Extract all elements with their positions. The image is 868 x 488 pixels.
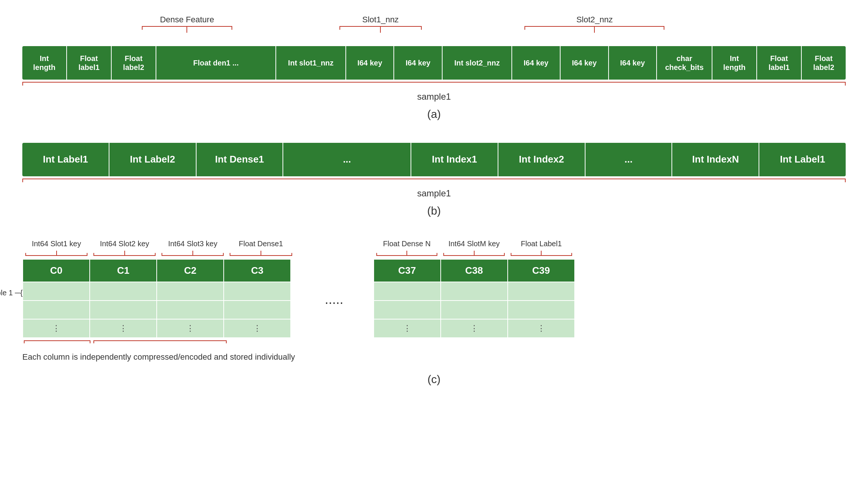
cell-i64-key-4: I64 key	[561, 46, 609, 80]
brace-c39: Float Label1	[508, 240, 575, 256]
brace-c3: Float Dense1	[227, 240, 295, 256]
cell-int-slot1-nnz: Int slot1_nnz	[276, 46, 346, 80]
table-row-dots: ⋮ ⋮ ⋮ ⋮	[23, 319, 291, 338]
cell-c37-dots: ⋮	[374, 319, 441, 338]
cell-c37-r1	[374, 282, 441, 301]
sample-label-c: Sample 1 ─{	[0, 289, 23, 297]
cell-c1-dots: ⋮	[90, 319, 157, 338]
table-right: C37 C38 C39 ⋮ ⋮	[373, 259, 575, 338]
cell-c3-r1	[224, 282, 291, 301]
header-c0: C0	[23, 259, 90, 282]
bottom-braces-left	[22, 340, 295, 349]
diagram-a: Dense Feature Slot1_nnz Slot2_nnz	[22, 15, 846, 121]
cell-c1-r1	[90, 282, 157, 301]
cell-c0-r1	[23, 282, 90, 301]
bottom-brace-b	[22, 179, 846, 187]
bar-b: Int Label1 Int Label2 Int Dense1 ... Int…	[22, 143, 846, 176]
cell-int-length-1: Intlength	[22, 46, 67, 80]
cell-i64-key-5: I64 key	[609, 46, 657, 80]
table-left-wrapper: Sample 1 ─{ C0 C1 C2 C3	[22, 259, 295, 338]
bottom-brace-c0	[22, 340, 92, 349]
table-left: C0 C1 C2 C3	[22, 259, 291, 338]
cell-c2-dots: ⋮	[157, 319, 224, 338]
cell-int-label2: Int Label2	[109, 143, 197, 176]
header-c1: C1	[90, 259, 157, 282]
cell-c37-r2	[374, 301, 441, 319]
cell-float-label2-2: Floatlabel2	[802, 46, 846, 80]
caption-b: (b)	[22, 205, 846, 217]
table-row	[374, 301, 575, 319]
compress-note: Each column is independently compressed/…	[22, 352, 295, 362]
cell-c1-r2	[90, 301, 157, 319]
brace-c0: Int64 Slot1 key	[22, 240, 90, 256]
cell-c2-r2	[157, 301, 224, 319]
cell-c0-r2	[23, 301, 90, 319]
cell-i64-key-1: I64 key	[346, 46, 395, 80]
brace-c37: Float Dense N	[373, 240, 441, 256]
cell-int-dense1: Int Dense1	[197, 143, 284, 176]
bottom-label-b: sample1	[22, 188, 846, 199]
cell-dots-b: ...	[283, 143, 411, 176]
cell-c39-r1	[508, 282, 575, 301]
bottom-brace-c1c2	[92, 340, 228, 349]
cell-int-label1: Int Label1	[22, 143, 109, 176]
header-c3: C3	[224, 259, 291, 282]
table-row-dots: ⋮ ⋮ ⋮	[374, 319, 575, 338]
table-row	[23, 301, 291, 319]
cell-int-label1-b: Int Label1	[759, 143, 846, 176]
cell-float-label2-1: Floatlabel2	[112, 46, 156, 80]
brace-dense-feature: Dense Feature	[142, 15, 232, 33]
cell-int-index1: Int Index1	[411, 143, 498, 176]
cell-c38-r1	[441, 282, 508, 301]
cell-c38-r2	[441, 301, 508, 319]
diagram-c: Int64 Slot1 key Int64 Slot2 key	[22, 240, 846, 362]
cell-i64-key-2: I64 key	[394, 46, 443, 80]
diagram-b: Int Label1 Int Label2 Int Dense1 ... Int…	[22, 143, 846, 217]
caption-c: (c)	[22, 373, 846, 386]
cell-int-slot2-nnz: Int slot2_nnz	[443, 46, 512, 80]
cell-float-label1-2: Floatlabel1	[757, 46, 802, 80]
brace-c1: Int64 Slot2 key	[90, 240, 159, 256]
table-group-right: Float Dense N Int64 SlotM key	[373, 240, 575, 338]
cell-char-check-bits: charcheck_bits	[657, 46, 712, 80]
header-c39: C39	[508, 259, 575, 282]
table-row	[374, 282, 575, 301]
header-c38: C38	[441, 259, 508, 282]
bottom-brace-a	[22, 82, 846, 90]
header-c37: C37	[374, 259, 441, 282]
cell-c39-dots: ⋮	[508, 319, 575, 338]
cell-int-indexn: Int IndexN	[672, 143, 759, 176]
cell-c0-dots: ⋮	[23, 319, 90, 338]
bottom-label-a: sample1	[22, 92, 846, 102]
col-braces-left: Int64 Slot1 key Int64 Slot2 key	[22, 240, 295, 256]
table-row	[23, 282, 291, 301]
header-c2: C2	[157, 259, 224, 282]
cell-int-length-2: Intlength	[712, 46, 757, 80]
cell-i64-key-3: I64 key	[512, 46, 561, 80]
brace-slot2-nnz: Slot2_nnz	[524, 15, 664, 33]
bar-a: Intlength Floatlabel1 Floatlabel2 Float …	[22, 46, 846, 80]
col-braces-right: Float Dense N Int64 SlotM key	[373, 240, 575, 256]
cell-float-label1-1: Floatlabel1	[67, 46, 112, 80]
brace-c38: Int64 SlotM key	[440, 240, 508, 256]
cell-c3-r2	[224, 301, 291, 319]
brace-slot1-nnz: Slot1_nnz	[339, 15, 422, 33]
between-dots: .....	[325, 240, 344, 307]
cell-int-index2: Int Index2	[498, 143, 585, 176]
cell-c3-dots: ⋮	[224, 319, 291, 338]
table-group-left: Int64 Slot1 key Int64 Slot2 key	[22, 240, 295, 362]
caption-a: (a)	[22, 108, 846, 121]
cell-c39-r2	[508, 301, 575, 319]
cell-c2-r1	[157, 282, 224, 301]
brace-c2: Int64 Slot3 key	[159, 240, 227, 256]
cell-dots-b2: ...	[585, 143, 673, 176]
cell-float-den1: Float den1 ...	[156, 46, 276, 80]
cell-c38-dots: ⋮	[441, 319, 508, 338]
